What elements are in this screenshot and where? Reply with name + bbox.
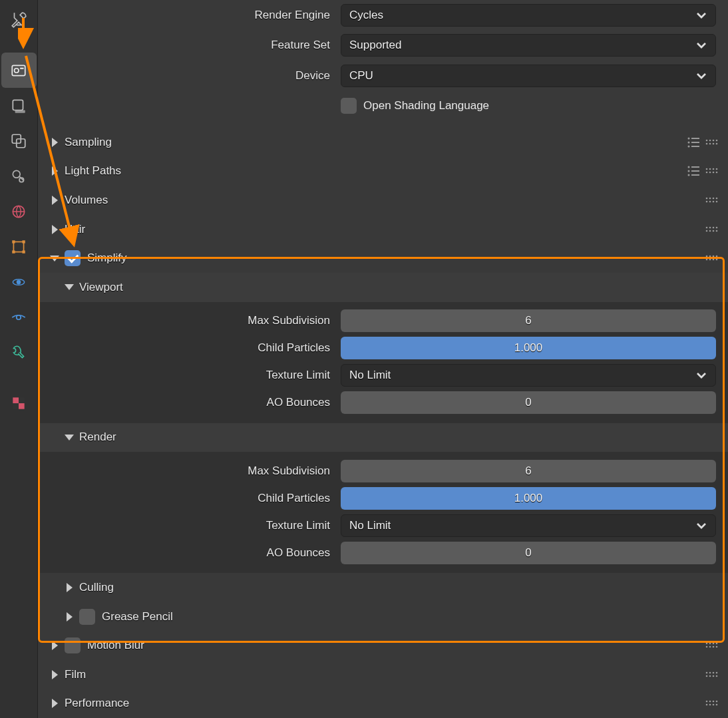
drag-grip-icon[interactable] [703,249,721,268]
vp-texlimit-select[interactable]: No Limit [341,364,716,387]
svg-point-32 [706,143,708,145]
svg-point-81 [716,646,718,648]
tab-scene[interactable] [1,158,37,194]
preset-list-icon[interactable] [684,162,703,180]
section-hair-label: Hair [65,223,703,236]
svg-point-26 [688,145,690,147]
chevron-right-icon [62,610,77,624]
svg-point-50 [706,198,708,200]
svg-point-45 [716,168,718,170]
svg-point-67 [709,256,711,258]
section-performance[interactable]: Performance [38,689,728,718]
rd-ao-field[interactable]: 0 [341,542,716,564]
svg-point-55 [709,201,711,203]
svg-point-36 [688,166,690,168]
drag-grip-icon[interactable] [703,665,721,684]
chevron-down-icon [62,280,77,295]
section-film[interactable]: Film [38,660,728,689]
section-motion-blur[interactable]: Motion Blur [38,631,728,660]
device-select[interactable]: CPU [341,65,716,87]
svg-rect-13 [12,250,15,253]
osl-label: Open Shading Language [363,99,489,112]
chevron-down-icon [695,39,707,51]
tab-active-tool[interactable] [1,2,37,37]
svg-point-47 [709,172,711,174]
grease-pencil-checkbox[interactable] [79,609,95,625]
drag-grip-icon[interactable] [703,191,721,210]
svg-point-33 [709,143,711,145]
section-simplify[interactable]: Simplify [38,244,728,273]
section-light-paths[interactable]: Light Paths [38,157,728,186]
osl-row: Open Shading Language [38,91,728,122]
rd-texlimit-select[interactable]: No Limit [341,514,716,537]
svg-point-72 [713,259,715,261]
render-engine-select[interactable]: Cycles [341,4,716,27]
svg-point-82 [706,671,708,673]
tab-constraints[interactable] [1,299,37,335]
properties-tabs [0,0,38,718]
drag-grip-icon[interactable] [703,220,721,239]
feature-set-select[interactable]: Supported [341,34,716,57]
section-simplify-render-label: Render [79,431,721,444]
osl-checkbox[interactable] [341,98,357,114]
section-hair[interactable]: Hair [38,215,728,244]
tab-modifiers[interactable] [1,335,37,370]
vp-child-field[interactable]: 1.000 [341,337,716,359]
svg-point-51 [709,198,711,200]
section-culling[interactable]: Culling [38,573,728,602]
svg-rect-25 [691,142,699,143]
chevron-right-icon [47,164,62,178]
simplify-checkbox[interactable] [65,250,81,266]
tab-physics[interactable] [1,264,37,299]
tab-output[interactable] [1,88,37,123]
svg-rect-37 [691,166,699,168]
section-volumes-label: Volumes [65,194,703,207]
svg-point-78 [706,646,708,648]
drag-grip-icon[interactable] [703,162,721,180]
vp-maxsub-field[interactable]: 6 [341,309,716,332]
svg-point-30 [713,140,715,142]
tab-object[interactable] [1,229,37,264]
feature-set-value: Supported [349,39,401,52]
svg-point-71 [709,259,711,261]
svg-rect-39 [691,170,699,172]
svg-point-34 [713,143,715,145]
preset-list-icon[interactable] [684,133,703,152]
device-value: CPU [349,69,373,83]
svg-point-64 [713,230,715,232]
section-volumes[interactable]: Volumes [38,186,728,215]
tab-material[interactable] [1,385,37,421]
tab-view-layer[interactable] [1,123,37,158]
svg-point-84 [713,671,715,673]
section-grease-pencil[interactable]: Grease Pencil [38,602,728,631]
rd-maxsub-field[interactable]: 6 [341,460,716,482]
drag-grip-icon[interactable] [703,133,721,152]
svg-point-61 [716,226,718,228]
section-simplify-render[interactable]: Render [38,423,728,452]
drag-grip-icon[interactable] [703,636,721,655]
svg-point-52 [713,198,715,200]
section-film-label: Film [65,668,703,681]
svg-point-87 [709,675,711,677]
chevron-right-icon [47,638,62,653]
tab-world[interactable] [1,194,37,229]
motion-blur-checkbox[interactable] [65,637,81,653]
svg-point-59 [709,226,711,228]
tab-render[interactable] [1,53,37,88]
section-sampling[interactable]: Sampling [38,128,728,157]
section-simplify-viewport[interactable]: Viewport [38,273,728,302]
render-properties-panel: Render Engine Cycles Feature Set Support… [38,0,728,718]
svg-rect-12 [22,240,25,243]
svg-point-75 [709,643,711,645]
rd-child-field[interactable]: 1.000 [341,487,716,510]
feature-set-label: Feature Set [38,39,341,52]
section-culling-label: Culling [79,581,721,594]
drag-grip-icon[interactable] [703,694,721,713]
vp-ao-field[interactable]: 0 [341,391,716,414]
svg-point-62 [706,230,708,232]
svg-point-42 [706,168,708,170]
svg-point-40 [688,174,690,176]
section-simplify-viewport-label: Viewport [79,281,721,294]
svg-rect-14 [22,250,25,253]
svg-point-92 [713,701,715,703]
